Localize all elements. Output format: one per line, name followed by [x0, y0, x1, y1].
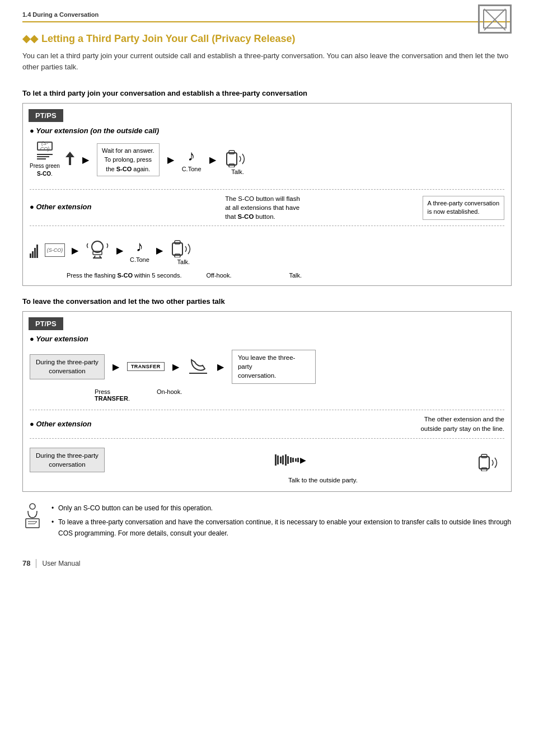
transfer-btn: TRANSFER — [127, 362, 165, 371]
other-stays-text2: outside party stay on the line. — [420, 425, 504, 432]
your-ext-label: ● Your extension (on the outside call) — [23, 122, 511, 137]
other-ext-label-2-text: ● Other extension — [30, 420, 91, 428]
press-green-label: Press greenS-CO. — [30, 162, 60, 178]
ringing-phone — [85, 239, 110, 261]
talk-2: Talk. — [170, 235, 198, 265]
dashed-hr-2 — [30, 226, 504, 226]
diagram-2-header: PT/PS — [29, 317, 63, 330]
svg-marker-0 — [65, 152, 74, 165]
ctone-note-1: ♪ — [188, 147, 195, 165]
offhook-label: Off-hook. — [206, 272, 251, 279]
other-stays-text1: The other extension and the — [424, 416, 504, 422]
you-leave-text1: You leave the three-party — [238, 354, 296, 370]
other-sco-label: (S-CO) — [47, 247, 63, 253]
footer-divider — [36, 559, 36, 568]
wait-text: Wait for an answer. To prolong, press th… — [97, 143, 160, 177]
talk-label-1: Talk. — [231, 168, 244, 175]
onhook-icon — [187, 356, 209, 377]
note-person-icon — [22, 503, 43, 529]
svg-rect-13 — [479, 457, 489, 469]
other-stays-box: The other extension and the outside part… — [420, 415, 504, 434]
sub-heading-2: To leave the conversation and let the tw… — [22, 297, 512, 306]
three-party-box: A three-party conversation is now establ… — [423, 196, 504, 220]
note-item-2: To leave a three-party conversation and … — [50, 517, 512, 538]
other-ext-label-2: ● Other extension — [30, 420, 91, 428]
arrow-4: ▶ — [72, 245, 78, 256]
wait-line2: To prolong, press — [105, 156, 152, 163]
talk-outside-text: Talk to the outside party. — [288, 477, 358, 483]
dashed-hr-1 — [30, 189, 504, 190]
onhook-item — [187, 356, 209, 377]
eq-bars — [275, 454, 299, 466]
svg-point-4 — [92, 241, 103, 252]
other-ext-bullet-label: ● Other extension — [30, 203, 91, 211]
press-flashing-label: Press the flashing S-CO within 5 seconds… — [67, 272, 181, 279]
arrow-leave-3: ▶ — [217, 361, 224, 372]
during-box-2: During the three-partyconversation — [30, 448, 105, 472]
divider-section: ● Other extension The S-CO button will f… — [23, 182, 511, 233]
other-ext-talk-row: During the three-partyconversation ▶ — [23, 443, 511, 477]
dashed-hr-4 — [30, 438, 504, 439]
other-ext-section-2: ● Other extension The other extension an… — [30, 412, 504, 436]
you-leave-text2: conversation. — [238, 372, 276, 379]
onhook-caption: On-hook. — [157, 388, 182, 402]
talk-icon-2 — [170, 235, 198, 257]
flash-text: The S-CO button will flash at all extens… — [225, 194, 300, 221]
down-arrow-1 — [65, 152, 74, 167]
talk-outside-icon — [476, 449, 504, 471]
transfer-btn-text: TRANSFER — [131, 364, 161, 369]
arrow-2: ▶ — [167, 154, 174, 165]
arrow-3: ▶ — [209, 154, 216, 165]
other-sco-item: (S-CO) — [45, 243, 65, 257]
during-box-1: During the three-partyconversation — [30, 354, 105, 379]
sub-heading-1: To let a third party join your conversat… — [22, 89, 512, 97]
title-text: Letting a Third Party Join Your Call (Pr… — [41, 33, 295, 45]
you-leave-box: You leave the three-party conversation. — [232, 350, 316, 383]
ctone-2: ♪ C.Tone — [130, 238, 149, 263]
section-description: You can let a third party join your curr… — [22, 50, 512, 72]
ctone-label-2: C.Tone — [130, 256, 149, 263]
leave-flow-row: During the three-partyconversation ▶ TRA… — [23, 345, 511, 388]
arrow-leave-2: ▶ — [172, 361, 179, 372]
flash-line2: at all extensions that have — [225, 204, 299, 211]
waiting-indicator: ▶ — [110, 454, 471, 466]
sco-phone-item: (S-CO) Press greenS-CO. — [30, 142, 60, 178]
dashed-section-2: ● Other extension The other extension an… — [23, 405, 511, 444]
notes-section: Only an S-CO button can be used for this… — [22, 503, 512, 542]
your-ext-label-2: ● Your extension — [23, 330, 511, 345]
progress-arrow: ▶ — [300, 456, 306, 464]
talk-icon-1 — [224, 145, 252, 167]
transfer-item: TRANSFER — [127, 362, 165, 371]
note-item-1: Only an S-CO button can be used for this… — [50, 503, 512, 514]
leave-flow-labels: PressTRANSFER. On-hook. — [23, 388, 511, 405]
svg-point-16 — [30, 504, 35, 509]
other-ext-left: ● Other extension — [30, 203, 91, 213]
talk2-label-bottom: Talk. — [289, 272, 302, 279]
ctone-1: ♪ C.Tone — [182, 147, 202, 172]
arrow-leave-1: ▶ — [113, 361, 119, 372]
note-icon — [22, 503, 43, 523]
page-number: 78 — [22, 559, 30, 567]
prog-indicator — [30, 242, 38, 258]
svg-line-20 — [35, 522, 37, 524]
section-header: 1.4 During a Conversation — [22, 11, 512, 22]
bottom-labels: Press the flashing S-CO within 5 seconds… — [23, 272, 511, 285]
arrow-1: ▶ — [82, 154, 89, 165]
notes-text: Only an S-CO button can be used for this… — [50, 503, 512, 542]
page-footer: 78 User Manual — [22, 559, 512, 568]
arrow-5: ▶ — [116, 245, 123, 256]
footer-manual-label: User Manual — [42, 560, 80, 567]
flash-row: ● Other extension The S-CO button will f… — [30, 192, 504, 223]
ctone-note-2: ♪ — [136, 238, 143, 255]
phone-illustration — [478, 4, 512, 34]
three-party-text1: A three-party conversation — [428, 200, 499, 206]
talk-outside-item — [476, 449, 504, 471]
diamond-icons: ◆◆ — [22, 32, 38, 45]
diagram-2: PT/PS ● Your extension During the three-… — [22, 311, 512, 492]
wait-box: Wait for an answer. To prolong, press th… — [97, 143, 160, 177]
your-ext-label-2-text: ● Your extension — [30, 335, 88, 343]
your-ext-flow-row: (S-CO) Press greenS-CO. ▶ — [23, 137, 511, 182]
notes-list: Only an S-CO button can be used for this… — [50, 503, 512, 539]
ring-phone-icon — [85, 239, 110, 261]
svg-rect-1 — [227, 153, 237, 165]
